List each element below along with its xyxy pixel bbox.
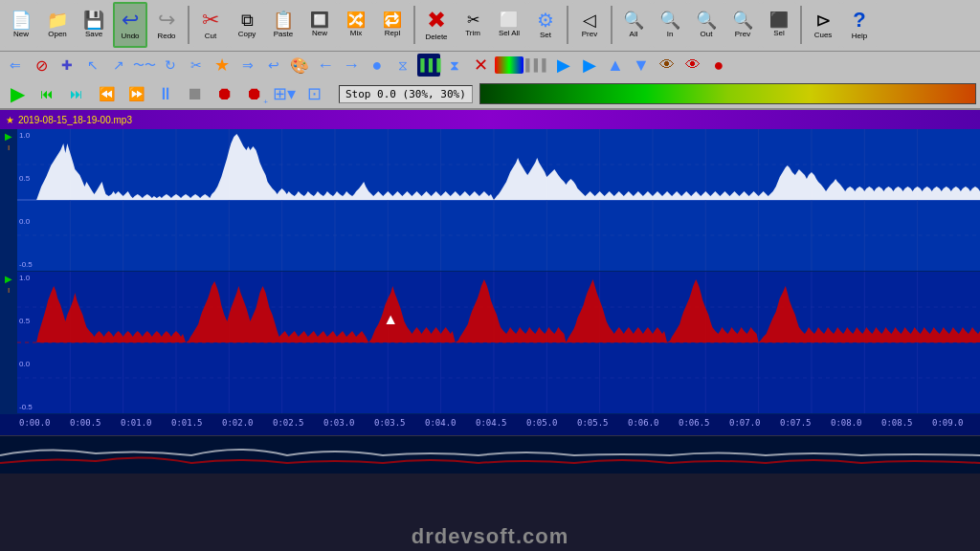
tool-bars2[interactable]: ▌▌▌ (526, 54, 549, 77)
tool-bars[interactable]: ▐▐▐ (417, 54, 440, 77)
time-7.5: 0:07.5 (780, 418, 812, 428)
timeline: 0:00.0 0:00.5 0:01.0 0:01.5 0:02.0 0:02.… (0, 414, 980, 435)
time-5.5: 0:05.5 (577, 418, 609, 428)
track-waveform-2[interactable]: 1.0 0.5 0.0 -0.5 ▲ (17, 272, 980, 413)
tool-triangle-down[interactable]: ▼ (630, 54, 653, 77)
screen-toggle[interactable]: ⊡ (301, 81, 327, 106)
tool-blue-circle[interactable]: ● (366, 54, 389, 77)
toolbar-row1: 📄 New 📁 Open 💾 Save ↩ Undo ↪ Redo ✂ Cut (0, 0, 980, 52)
cut-button[interactable]: ✂ Cut (193, 2, 228, 48)
separator2 (413, 6, 415, 44)
svg-marker-20 (36, 134, 980, 200)
separator1 (188, 6, 189, 44)
tool-hourglass[interactable]: ⧗ (443, 54, 466, 77)
track-row-2: ▶ I 1.0 0.5 0.0 -0.5 ▲ (0, 272, 980, 414)
tool-colorbar[interactable] (495, 56, 523, 74)
level-meter (479, 83, 976, 104)
tool-scissors[interactable]: ✂ (185, 54, 208, 77)
prev-button[interactable]: ◁ Prev (572, 2, 607, 48)
tool-diagonal[interactable]: ↗ (107, 54, 130, 77)
zoom-all-button[interactable]: 🔍 All (616, 2, 651, 48)
zoom-prev-button[interactable]: 🔍 Prev (725, 2, 760, 48)
tool-triangle-up[interactable]: ▲ (604, 54, 627, 77)
track-filename: 2019-08-15_18-19-00.mp3 (18, 115, 132, 125)
set-button[interactable]: ⚙ Set (528, 2, 563, 48)
new2-button[interactable]: 🔲 New (302, 2, 337, 48)
tool-cursor[interactable]: ↖ (81, 54, 104, 77)
rewind-button[interactable]: ⏪ (93, 81, 120, 106)
open-button[interactable]: 📁 Open (40, 2, 75, 48)
time-6.0: 0:06.0 (628, 418, 659, 428)
zoom-in-button[interactable]: 🔍 In (653, 2, 687, 48)
record2-button[interactable]: ⏺+ (241, 81, 268, 106)
help-button[interactable]: ? Help (842, 2, 877, 48)
undo-button[interactable]: ↩ Undo (113, 2, 147, 48)
grid-svg-1 (17, 129, 980, 271)
trim-button[interactable]: ✂ Trim (456, 2, 490, 48)
tool-stop-red[interactable]: ⊘ (30, 54, 53, 77)
time-2.0: 0:02.0 (222, 418, 254, 428)
tool-eye-red[interactable]: 👁 (681, 54, 704, 77)
delete-button[interactable]: ✖ Delete (419, 2, 454, 48)
repl-button[interactable]: 🔁 Repl (375, 2, 410, 48)
time-2.5: 0:02.5 (273, 418, 304, 428)
tool-color-grid[interactable]: 🎨 (288, 54, 311, 77)
tool-scissors2[interactable]: ✕ (469, 54, 492, 77)
track-title-bar: ★ 2019-08-15_18-19-00.mp3 (0, 110, 980, 129)
loop-dropdown[interactable]: ⊞▾ (271, 81, 298, 106)
time-1.5: 0:01.5 (171, 418, 203, 428)
track-waveform-1[interactable]: 1.0 0.5 0.0 -0.5 (17, 129, 980, 271)
zoom-sel-button[interactable]: ⬛ Sel (762, 2, 796, 48)
track-left-panel-2: ▶ I (0, 272, 17, 413)
play-button[interactable]: ▶ (4, 81, 31, 106)
copy-button[interactable]: ⧉ Copy (230, 2, 264, 48)
selall-button[interactable]: ⬜ Sel All (492, 2, 526, 48)
record-button[interactable]: ⏺ (212, 81, 238, 106)
time-4.0: 0:04.0 (425, 418, 457, 428)
tool-triangle-left[interactable]: ◀ (578, 54, 601, 77)
stop-button[interactable]: ⏹ (182, 81, 209, 106)
tool-cross[interactable]: ✚ (56, 54, 78, 77)
skip-end-button[interactable]: ⏭ (63, 81, 90, 106)
tool-split[interactable]: ⧖ (391, 54, 414, 77)
paste-button[interactable]: 📋 Paste (266, 2, 301, 48)
save-button[interactable]: 💾 Save (77, 2, 111, 48)
waveform-red: 1.0 0.5 0.0 -0.5 ▲ (17, 272, 980, 413)
tool-red-circle[interactable]: ● (707, 54, 730, 77)
tool-squiggle[interactable]: 〜〜 (133, 54, 156, 77)
time-8.5: 0:08.5 (881, 418, 913, 428)
zoom-out-button[interactable]: 🔍 Out (689, 2, 724, 48)
waveform-white: 1.0 0.5 0.0 -0.5 (17, 129, 980, 271)
tool-star[interactable]: ★ (211, 54, 234, 77)
overview-svg (0, 436, 980, 474)
skip-start-button[interactable]: ⏮ (33, 81, 60, 106)
time-9.0: 0:09.0 (932, 418, 964, 428)
toolbar: 📄 New 📁 Open 💾 Save ↩ Undo ↪ Redo ✂ Cut (0, 0, 980, 110)
time-4.5: 0:04.5 (476, 418, 507, 428)
svg-marker-41 (36, 279, 980, 342)
tool-refresh[interactable]: ↻ (159, 54, 182, 77)
pause-button[interactable]: ⏸ (152, 81, 179, 106)
tool-arrow-left2[interactable]: ← (314, 54, 337, 77)
new-button[interactable]: 📄 New (4, 2, 38, 48)
time-1.0: 0:01.0 (121, 418, 152, 428)
fast-forward-button[interactable]: ⏩ (122, 81, 149, 106)
mini-overview[interactable] (0, 435, 980, 474)
grid-svg-2 (17, 272, 980, 413)
time-0.5: 0:00.5 (70, 418, 101, 428)
tracks-container: ▶ I 1.0 0.5 0.0 -0.5 (0, 129, 980, 414)
track-star-icon: ★ (6, 115, 14, 125)
tool-arrow-right2[interactable]: → (340, 54, 363, 77)
redo-button[interactable]: ↪ Redo (149, 2, 184, 48)
toolbar-row2: ⇐ ⊘ ✚ ↖ ↗ 〜〜 ↻ ✂ ★ ⇒ ↩ 🎨 ← → ● ⧖ ▐▐▐ ⧗ ✕… (0, 52, 980, 79)
cues-button[interactable]: ⊳ Cues (806, 2, 840, 48)
mix-button[interactable]: 🔀 Mix (339, 2, 373, 48)
tool-arrow-right[interactable]: ⇒ (236, 54, 259, 77)
tool-triangle-right[interactable]: ▶ (552, 54, 575, 77)
tool-undo2[interactable]: ↩ (262, 54, 285, 77)
tool-eye[interactable]: 👁 (656, 54, 679, 77)
separator5 (800, 6, 802, 44)
track-row-1: ▶ I 1.0 0.5 0.0 -0.5 (0, 129, 980, 272)
toolbar-row3: ▶ ⏮ ⏭ ⏪ ⏩ ⏸ ⏹ ⏺ ⏺+ ⊞▾ ⊡ Stop 0.0 (30%, 3… (0, 79, 980, 108)
tool-arrow-left[interactable]: ⇐ (4, 54, 27, 77)
